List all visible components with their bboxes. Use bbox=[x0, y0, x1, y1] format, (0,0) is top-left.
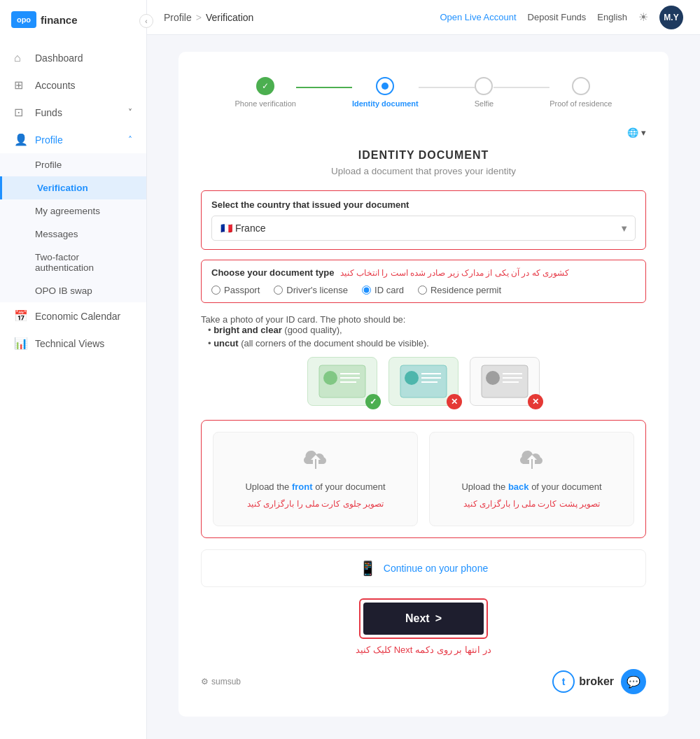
globe-icon: 🌐 bbox=[627, 127, 638, 138]
instruction-uncut: uncut (all corners of the document shoul… bbox=[208, 338, 646, 349]
sidebar-item-messages[interactable]: Messages bbox=[0, 223, 146, 246]
sidebar-item-my-agreements[interactable]: My agreements bbox=[0, 199, 146, 223]
tbroker-logo: t broker bbox=[552, 670, 614, 693]
country-select[interactable]: 🇫🇷 France 🇺🇸 United States 🇬🇧 United Kin… bbox=[211, 216, 636, 241]
theme-toggle-button[interactable]: ☀ bbox=[638, 10, 648, 24]
identity-doc-subtitle: Upload a document that proves your ident… bbox=[201, 166, 646, 176]
sidebar-item-verification[interactable]: Verification bbox=[0, 176, 146, 199]
sidebar-nav: ⌂ Dashboard ⊞ Accounts ⊡ Funds ˅ 👤 Profi… bbox=[0, 39, 146, 739]
deposit-funds-link[interactable]: Deposit Funds bbox=[528, 12, 587, 22]
step-phone-label: Phone verification bbox=[235, 99, 296, 108]
phone-continue-button[interactable]: 📱 Continue on your phone bbox=[201, 549, 646, 587]
photo-instructions: Take a photo of your ID card. The photo … bbox=[201, 314, 646, 349]
cloud-upload-front-svg bbox=[303, 449, 328, 470]
phone-icon: 📱 bbox=[359, 560, 377, 577]
doc-type-label: Choose your document type bbox=[211, 267, 335, 278]
doc-type-drivers-label: Driver's license bbox=[286, 285, 348, 295]
breadcrumb: Profile > Verification bbox=[164, 12, 434, 23]
upload-back-emphasis: back bbox=[508, 481, 529, 492]
good-check-badge: ✓ bbox=[365, 394, 381, 409]
sidebar-item-profile[interactable]: 👤 Profile ˄ bbox=[0, 126, 146, 153]
next-button-label: Next bbox=[405, 612, 430, 625]
sumsub-logo: ⚙ sumsub bbox=[201, 677, 241, 687]
upload-front-box[interactable]: Upload the front of your document تصویر … bbox=[213, 432, 418, 526]
doc-type-drivers-radio[interactable] bbox=[274, 286, 283, 295]
sidebar-item-label: Funds bbox=[35, 107, 62, 118]
logo: opo finance bbox=[0, 0, 146, 39]
sidebar-item-two-factor[interactable]: Two-factor authentication bbox=[0, 246, 146, 279]
header: Profile > Verification Open Live Account… bbox=[147, 0, 700, 35]
step-connector-3 bbox=[493, 87, 550, 88]
sidebar-item-accounts[interactable]: ⊞ Accounts bbox=[0, 71, 146, 99]
sidebar-item-technical-views[interactable]: 📊 Technical Views bbox=[0, 330, 146, 357]
step-identity-circle bbox=[376, 77, 394, 95]
chat-button[interactable]: 💬 bbox=[621, 669, 646, 694]
main-content: Profile > Verification Open Live Account… bbox=[147, 0, 700, 739]
instruction-bright: bright and clear (good quality), bbox=[208, 325, 646, 335]
next-button[interactable]: Next > bbox=[363, 603, 484, 635]
sumsub-icon: ⚙ bbox=[201, 677, 209, 687]
logo-icon: opo bbox=[11, 11, 36, 28]
sidebar-item-label: Profile bbox=[35, 134, 63, 146]
bad-cross-badge-2: ✕ bbox=[528, 394, 543, 409]
doc-type-passport-radio[interactable] bbox=[211, 286, 220, 295]
example-bad-2: ✕ bbox=[470, 357, 540, 406]
country-field-box: Select the country that issued your docu… bbox=[201, 190, 646, 250]
language-selector[interactable]: English bbox=[597, 12, 627, 22]
id-card-bad-svg-1 bbox=[399, 364, 448, 399]
sidebar: opo finance ‹ ⌂ Dashboard ⊞ Accounts ⊡ F… bbox=[0, 0, 147, 739]
open-live-account-link[interactable]: Open Live Account bbox=[440, 12, 516, 22]
step-selfie-label: Selfie bbox=[475, 99, 494, 108]
next-button-box: Next > bbox=[359, 598, 488, 639]
step-residence: Proof of residence bbox=[550, 77, 612, 108]
user-avatar[interactable]: M.Y bbox=[659, 6, 683, 29]
sidebar-item-economic-calendar[interactable]: 📅 Economic Calendar bbox=[0, 302, 146, 330]
instruction-uncut-bold: uncut bbox=[214, 338, 238, 349]
sidebar-item-dashboard[interactable]: ⌂ Dashboard bbox=[0, 45, 146, 71]
example-bad-1: ✕ bbox=[388, 357, 458, 406]
sidebar-item-profile-sub[interactable]: Profile bbox=[0, 153, 146, 176]
step-identity-label: Identity document bbox=[352, 99, 419, 108]
profile-chevron-icon: ˄ bbox=[128, 135, 132, 145]
svg-point-1 bbox=[323, 371, 337, 385]
doc-type-residence-radio[interactable] bbox=[418, 286, 427, 295]
doc-type-id-card[interactable]: ID card bbox=[362, 285, 404, 295]
instruction-uncut-text: (all corners of the document should be v… bbox=[239, 338, 429, 349]
language-doc-selector[interactable]: 🌐 ▾ bbox=[201, 127, 646, 138]
upload-back-box[interactable]: Upload the back of your document تصویر پ… bbox=[429, 432, 634, 526]
step-connector-1 bbox=[296, 87, 352, 88]
footer-brands: ⚙ sumsub t broker 💬 bbox=[201, 661, 646, 697]
step-identity-group: Identity document bbox=[352, 77, 475, 108]
doc-type-id-radio[interactable] bbox=[362, 286, 371, 295]
doc-type-passport[interactable]: Passport bbox=[211, 285, 260, 295]
upload-back-label: Upload the back of your document bbox=[461, 481, 601, 493]
doc-type-residence-label: Residence permit bbox=[430, 285, 501, 295]
instruction-bright-text: (good quality), bbox=[282, 325, 342, 335]
sidebar-collapse-button[interactable]: ‹ bbox=[139, 14, 153, 28]
profile-submenu: Profile Verification My agreements Messa… bbox=[0, 153, 146, 302]
id-card-examples: ✓ ✕ bbox=[201, 357, 646, 406]
step-residence-group: Proof of residence bbox=[550, 77, 612, 108]
breadcrumb-profile[interactable]: Profile bbox=[164, 12, 192, 23]
step-phone-group: ✓ Phone verification bbox=[235, 77, 352, 108]
cloud-upload-back-svg bbox=[519, 449, 545, 470]
doc-type-residence-permit[interactable]: Residence permit bbox=[418, 285, 501, 295]
doc-type-hint: کشوری که در آن یکی از مدارک زیر صادر شده… bbox=[340, 268, 569, 278]
next-hint-text: در انتها بر روی دکمه Next کلیک کنید bbox=[356, 645, 491, 655]
id-card-bad-svg-2 bbox=[480, 364, 529, 399]
funds-icon: ⊡ bbox=[14, 106, 27, 119]
svg-point-6 bbox=[405, 371, 419, 385]
sidebar-item-opo-ib-swap[interactable]: OPO IB swap bbox=[0, 279, 146, 302]
sidebar-item-funds[interactable]: ⊡ Funds ˅ bbox=[0, 99, 146, 126]
progress-steps: ✓ Phone verification Identity document bbox=[201, 71, 646, 108]
sidebar-item-label: Accounts bbox=[35, 80, 76, 91]
doc-type-passport-label: Passport bbox=[224, 285, 260, 295]
bad-cross-badge-1: ✕ bbox=[447, 394, 462, 409]
instructions-intro: Take a photo of your ID card. The photo … bbox=[201, 314, 646, 325]
logo-text: finance bbox=[41, 14, 78, 26]
doc-type-drivers-license[interactable]: Driver's license bbox=[274, 285, 348, 295]
svg-point-11 bbox=[486, 371, 500, 385]
upload-front-emphasis: front bbox=[292, 481, 313, 492]
tbroker-text: broker bbox=[579, 675, 614, 688]
upload-section: Upload the front of your document تصویر … bbox=[201, 420, 646, 538]
